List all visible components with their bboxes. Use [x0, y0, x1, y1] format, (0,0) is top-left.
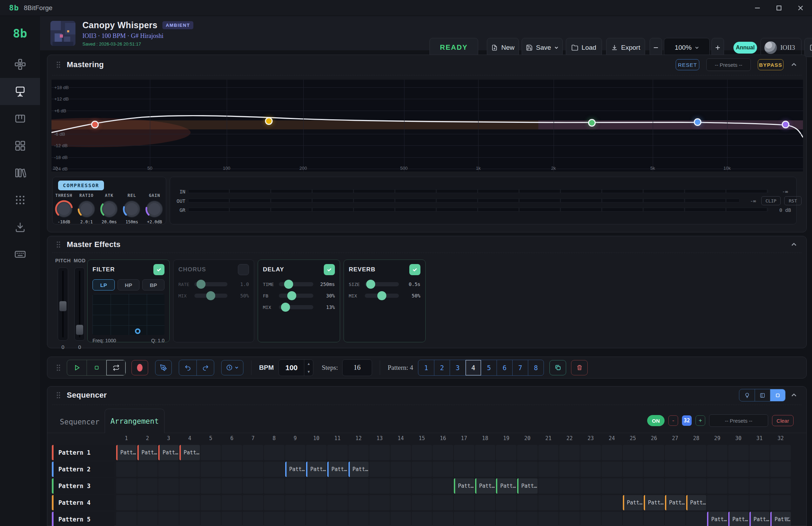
grid-cell[interactable]	[285, 478, 306, 494]
knob-ratio-dial[interactable]	[77, 199, 97, 219]
eq-band-node-3[interactable]	[588, 119, 596, 127]
bars-plus-button[interactable]: +	[696, 415, 705, 426]
grid-cell[interactable]	[623, 512, 643, 526]
grid-cell[interactable]	[665, 478, 685, 494]
hint-view-button[interactable]	[739, 389, 755, 401]
grid-cell[interactable]	[475, 462, 496, 477]
steps-input[interactable]: 16	[342, 359, 372, 376]
grid-cell[interactable]: Patt…	[707, 512, 727, 526]
grid-cell[interactable]	[770, 462, 791, 477]
grid-cell[interactable]: Patt…	[623, 495, 643, 510]
pattern-button-3[interactable]: 3	[450, 360, 465, 375]
grid-cell[interactable]	[749, 445, 770, 460]
tab-sequencer[interactable]: Sequencer	[58, 411, 102, 433]
pattern-button-1[interactable]: 1	[418, 360, 434, 375]
grid-cell[interactable]	[264, 445, 284, 460]
grid-cell[interactable]: Patt…	[728, 512, 749, 526]
grid-cell[interactable]	[623, 462, 643, 477]
new-button[interactable]: New	[487, 38, 519, 57]
loop-button[interactable]	[106, 360, 126, 375]
play-button[interactable]	[67, 360, 87, 375]
grid-cell[interactable]	[222, 462, 242, 477]
grid-cell[interactable]	[559, 462, 580, 477]
grid-cell[interactable]: Patt…	[517, 478, 538, 494]
grid-cell[interactable]	[517, 512, 538, 526]
pattern-row-label[interactable]: Pattern 2	[52, 462, 114, 477]
grid-cell[interactable]	[369, 495, 390, 510]
user-menu[interactable]: IOII3	[761, 38, 802, 57]
stop-button[interactable]	[87, 360, 106, 375]
grid-cell[interactable]	[433, 445, 453, 460]
grid-cell[interactable]	[665, 512, 685, 526]
filter-mode-bp[interactable]: BP	[142, 279, 164, 290]
grid-cell[interactable]	[116, 478, 137, 494]
grid-cell[interactable]: Patt…	[686, 495, 707, 510]
pattern-block[interactable]: Patt…	[686, 495, 707, 510]
grid-cell[interactable]	[116, 462, 137, 477]
pitch-slider-thumb[interactable]	[59, 301, 67, 311]
grid-cell[interactable]	[369, 478, 390, 494]
grid-cell[interactable]	[201, 495, 221, 510]
pattern-block[interactable]: Patt…	[644, 495, 664, 510]
grid-cell[interactable]: Patt…	[348, 462, 369, 477]
slider-knob[interactable]	[284, 280, 293, 289]
draw-tool-button[interactable]	[155, 360, 172, 375]
grid-cell[interactable]	[327, 512, 348, 526]
grid-cell[interactable]: Patt…	[475, 478, 496, 494]
grid-cell[interactable]	[158, 495, 179, 510]
grid-cell[interactable]	[580, 495, 601, 510]
knob-gain-dial[interactable]	[144, 199, 164, 219]
grid-cell[interactable]	[158, 462, 179, 477]
logout-button[interactable]	[804, 38, 812, 57]
pattern-block[interactable]: Patt…	[285, 462, 306, 477]
pattern-row-label[interactable]: Pattern 5	[52, 512, 114, 526]
grid-cell[interactable]	[264, 478, 284, 494]
zoom-out-button[interactable]	[650, 38, 662, 57]
grid-cell[interactable]: Patt…	[137, 445, 158, 460]
grid-cell[interactable]	[454, 495, 474, 510]
maximize-icon[interactable]	[774, 3, 783, 13]
grid-cell[interactable]	[644, 478, 664, 494]
sidebar-item-apps[interactable]	[0, 186, 40, 214]
grid-cell[interactable]	[538, 445, 559, 460]
grid-cell[interactable]	[602, 512, 622, 526]
grid-cell[interactable]	[686, 445, 707, 460]
grid-cell[interactable]	[559, 478, 580, 494]
grid-cell[interactable]	[243, 478, 263, 494]
grid-cell[interactable]	[137, 512, 158, 526]
sidebar-item-modules[interactable]	[0, 51, 40, 78]
grid-cell[interactable]	[285, 495, 306, 510]
grid-cell[interactable]	[222, 478, 242, 494]
grid-cell[interactable]	[412, 512, 432, 526]
pattern-button-2[interactable]: 2	[434, 360, 450, 375]
grid-cell[interactable]	[749, 462, 770, 477]
slider-knob[interactable]	[206, 291, 215, 300]
mod-slider-thumb[interactable]	[76, 325, 83, 335]
grid-cell[interactable]	[580, 512, 601, 526]
grid-cell[interactable]	[201, 512, 221, 526]
grid-cell[interactable]	[201, 478, 221, 494]
grid-cell[interactable]	[222, 495, 242, 510]
grid-cell[interactable]	[306, 512, 327, 526]
grid-cell[interactable]	[454, 445, 474, 460]
grid-cell[interactable]	[496, 445, 516, 460]
knob-rel-dial[interactable]	[122, 199, 142, 219]
grid-cell[interactable]	[433, 478, 453, 494]
grid-cell[interactable]	[728, 478, 749, 494]
pattern-row-label[interactable]: Pattern 4	[52, 495, 114, 510]
grid-cell[interactable]: Patt…	[285, 462, 306, 477]
pattern-block[interactable]: Patt…	[327, 462, 348, 477]
grid-cell[interactable]	[665, 445, 685, 460]
grid-cell[interactable]	[559, 512, 580, 526]
grid-cell[interactable]	[770, 478, 791, 494]
collapse-chevron-icon[interactable]	[790, 392, 797, 399]
slider-knob[interactable]	[196, 280, 206, 289]
bypass-button[interactable]: BYPASS	[758, 59, 783, 70]
delay-fb-slider[interactable]	[279, 294, 313, 298]
slider-knob[interactable]	[377, 291, 386, 300]
grid-cell[interactable]	[264, 495, 284, 510]
grid-cell[interactable]	[770, 445, 791, 460]
copy-pattern-button[interactable]	[549, 360, 566, 375]
grid-cell[interactable]	[348, 445, 369, 460]
grid-cell[interactable]	[348, 495, 369, 510]
